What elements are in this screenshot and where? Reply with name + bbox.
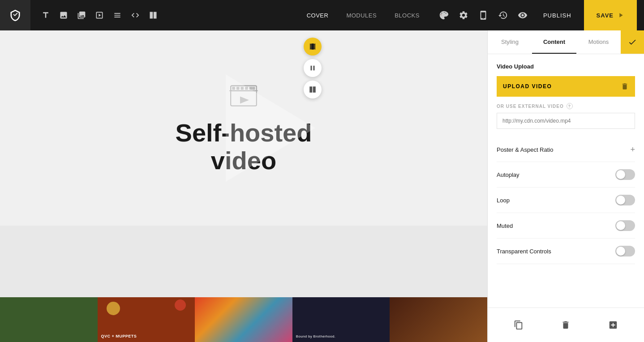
history-icon[interactable] <box>495 7 511 23</box>
tool-video-active[interactable] <box>304 38 322 56</box>
color-palette-icon[interactable] <box>436 7 452 23</box>
thumb-1[interactable] <box>0 297 98 342</box>
transparent-controls-toggle-row: Transparent Controls <box>497 239 635 264</box>
navbar-right: PUBLISH SAVE <box>429 0 644 30</box>
trash-icon <box>621 82 629 90</box>
navbar: COVER MODULES BLOCKS <box>0 0 644 30</box>
thumbnails-row: QVC + MUPPETS Bound by Brotherhood. <box>0 297 487 342</box>
tool-text[interactable] <box>38 7 54 23</box>
thumb-2[interactable]: QVC + MUPPETS <box>98 297 195 342</box>
tool-columns[interactable] <box>145 7 161 23</box>
tool-layout[interactable] <box>109 7 125 23</box>
muted-toggle[interactable] <box>615 220 635 231</box>
thumb-4-label: Bound by Brotherhood. <box>296 334 386 338</box>
logo-icon <box>9 9 21 21</box>
save-chevron-icon <box>617 12 624 19</box>
tool-image[interactable] <box>56 7 72 23</box>
plus-icon: + <box>630 145 635 154</box>
loop-toggle-row: Loop <box>497 188 635 213</box>
add-block-button[interactable] <box>603 315 623 335</box>
nav-cover[interactable]: COVER <box>298 0 338 30</box>
right-floating-tools <box>304 38 322 98</box>
thumb-2-label: QVC + MUPPETS <box>101 334 137 338</box>
confirm-check-icon <box>628 38 637 47</box>
right-panel: Styling Content Motions Video Upload UPL… <box>487 30 644 342</box>
nav-blocks[interactable]: BLOCKS <box>386 0 429 30</box>
mobile-icon[interactable] <box>475 7 491 23</box>
transparent-controls-toggle[interactable] <box>615 246 635 256</box>
tab-styling[interactable]: Styling <box>488 30 532 54</box>
poster-aspect-accordion[interactable]: Poster & Aspect Ratio + <box>497 138 635 162</box>
thumb-5[interactable] <box>390 297 487 342</box>
canvas-area[interactable]: Self-hosted video <box>0 30 487 342</box>
thumb-4[interactable]: Bound by Brotherhood. <box>292 297 390 342</box>
video-url-input[interactable] <box>497 113 635 129</box>
duplicate-icon <box>514 320 524 330</box>
split-view-icon <box>309 86 317 94</box>
video-upload-title: Video Upload <box>497 63 635 70</box>
autoplay-toggle[interactable] <box>615 169 635 180</box>
toolbar-tools <box>30 7 298 23</box>
nav-links: COVER MODULES BLOCKS <box>298 0 429 30</box>
duplicate-button[interactable] <box>509 315 528 335</box>
tool-pause[interactable] <box>304 59 322 77</box>
confirm-button[interactable] <box>621 30 644 54</box>
pause-icon <box>309 64 317 72</box>
publish-button[interactable]: PUBLISH <box>534 0 580 30</box>
main-area: Self-hosted video <box>0 30 644 342</box>
tab-content[interactable]: Content <box>532 30 576 54</box>
upload-video-button[interactable]: UPLOAD VIDEO <box>497 76 635 97</box>
film-icon <box>309 43 317 51</box>
nav-modules[interactable]: MODULES <box>337 0 386 30</box>
tool-gallery[interactable] <box>73 7 90 23</box>
tool-split-view[interactable] <box>304 81 322 98</box>
save-button[interactable]: SAVE <box>584 0 637 30</box>
preview-icon[interactable] <box>515 7 531 23</box>
muted-toggle-row: Muted <box>497 213 635 239</box>
add-icon <box>608 320 618 330</box>
logo[interactable] <box>0 0 30 30</box>
external-video-label: OR USE EXTERNAL VIDEO ? <box>497 103 635 109</box>
tool-slideshow[interactable] <box>91 7 107 23</box>
panel-footer <box>488 308 644 342</box>
video-block: Self-hosted video <box>0 30 487 226</box>
loop-toggle[interactable] <box>615 195 635 205</box>
panel-content-area: Video Upload UPLOAD VIDEO OR USE EXTERNA… <box>488 54 644 308</box>
delete-icon <box>561 320 571 330</box>
delete-button[interactable] <box>556 315 575 335</box>
tab-motions[interactable]: Motions <box>576 30 621 54</box>
autoplay-toggle-row: Autoplay <box>497 162 635 188</box>
settings-icon[interactable] <box>455 7 472 23</box>
panel-tabs: Styling Content Motions <box>488 30 644 54</box>
tool-embed[interactable] <box>127 7 143 23</box>
thumb-3[interactable] <box>195 297 292 342</box>
play-arrow-bg <box>226 74 315 182</box>
help-icon[interactable]: ? <box>567 103 573 109</box>
